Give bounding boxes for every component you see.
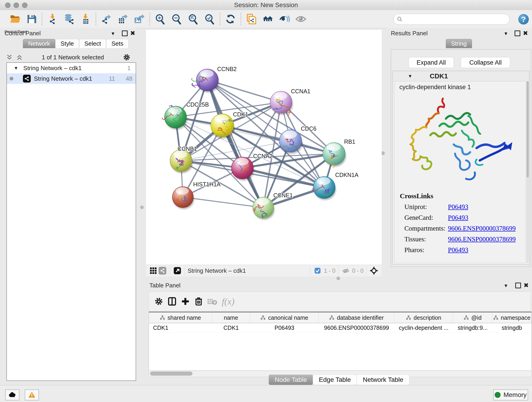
expand-all-button[interactable]: Expand All [409,57,454,68]
control-panel-float-icon[interactable] [122,31,128,36]
cell--id[interactable]: stringdb:9... [453,325,492,331]
zoom-selected-button[interactable] [201,12,218,26]
memory-button[interactable]: Memory [493,389,528,400]
export-network-button[interactable] [98,12,114,26]
eye-button[interactable] [293,12,309,26]
cell-canonical-name[interactable]: P06493 [250,325,319,331]
add-column-icon[interactable] [179,295,192,308]
column-header-database-identifier[interactable]: database identifier [319,313,394,323]
column-header-namespace[interactable]: namespace [492,313,531,323]
edge-CCNE1-HIST1H1A[interactable] [183,197,263,208]
show-columns-icon[interactable] [165,295,179,308]
cell-shared-name[interactable]: CDK1 [149,325,212,331]
edge-CCNB2-CCNE1[interactable] [207,80,263,208]
crosslink-link[interactable]: 9606.ENSP00000378699 [448,235,516,243]
home-pages-button[interactable] [260,12,276,26]
table-panel-float-icon[interactable] [515,283,521,288]
cell-namespace[interactable]: stringdb [492,325,531,331]
control-panel-close-icon[interactable]: ✖ [130,30,135,36]
pan-crosshair-icon[interactable] [369,266,379,275]
results-panel-close-icon[interactable]: ✖ [523,30,528,36]
import-network-button[interactable] [44,12,61,26]
node-CCNB1[interactable]: CCNB1 [170,146,197,173]
selected-checkbox-icon[interactable] [313,266,322,275]
window-zoom-button[interactable] [22,2,27,8]
network-collection-row[interactable]: ▼ String Network – cdk1 1 [7,63,136,73]
hidden-eye-slash-icon[interactable] [341,266,350,275]
results-panel-menu-icon[interactable]: ▾ [505,31,507,36]
gene-section-header[interactable]: ▼ CDK1 [393,71,529,81]
copy-network-button[interactable] [243,12,260,26]
delete-column-icon[interactable] [192,295,205,308]
node-HIST1H1A[interactable]: HIST1H1A [172,181,221,209]
table-settings-gear-icon[interactable] [152,295,165,308]
table-panel-close-icon[interactable]: ✖ [524,282,529,288]
left-splitter-handle[interactable] [140,206,144,209]
window-close-button[interactable] [5,2,11,8]
gene-collapse-icon[interactable]: ▼ [408,74,412,79]
tab-node-table[interactable]: Node Table [268,375,313,385]
vision-button[interactable] [276,12,293,26]
import-table-button[interactable] [77,12,94,26]
open-file-button[interactable] [7,12,23,26]
search-input[interactable] [405,16,507,23]
tab-sets[interactable]: Sets [106,39,128,48]
expand-all-icon[interactable] [16,54,23,61]
node-label-RB1: RB1 [344,138,355,145]
zoom-in-button[interactable] [152,12,168,26]
network-options-gear-icon[interactable] [123,53,131,61]
bottom-splitter-handle[interactable] [336,277,340,280]
refresh-button[interactable] [222,12,239,26]
network-row[interactable]: String Network – cdk1 11 48 [7,73,136,84]
zoom-fit-button[interactable] [185,12,201,26]
import-database-button[interactable] [61,12,77,26]
warning-button[interactable] [25,389,39,400]
network-graph[interactable]: CCNB2CCNA1CDC25BCDK1CDC6RB1CCNB1CCNA2CDK… [146,30,382,265]
node-CCNB2[interactable]: CCNB2 [191,66,236,93]
cell-name[interactable]: CDK1 [212,325,250,331]
table-row[interactable]: CDK1CDK1P064939606.ENSP00000378699cyclin… [149,323,531,332]
tab-network-table[interactable]: Network Table [356,375,409,385]
column-header-description[interactable]: description [394,313,453,323]
tab-edge-table[interactable]: Edge Table [313,375,357,385]
results-panel-float-icon[interactable] [515,31,520,36]
export-image-button[interactable] [131,12,147,26]
help-button[interactable]: ? [518,14,529,25]
window-minimize-button[interactable] [13,2,19,8]
node-CDKN1A[interactable]: CDKN1A [312,172,359,200]
crosslink-link[interactable]: P06493 [448,214,468,221]
tab-network[interactable]: Network [23,39,55,48]
crosslink-link[interactable]: P06493 [448,203,468,211]
collapse-all-button[interactable]: Collapse All [461,57,510,68]
search-box[interactable] [393,14,510,25]
tab-string[interactable]: String [446,39,472,48]
open-in-window-icon[interactable] [173,266,182,275]
cell-database-identifier[interactable]: 9606.ENSP00000378699 [319,325,394,331]
control-panel-menu-icon[interactable]: ▾ [112,31,114,36]
table-panel-menu-icon[interactable]: ▾ [505,283,507,288]
collapse-all-icon[interactable] [6,54,13,61]
save-session-button[interactable] [23,12,40,26]
column-header-canonical-name[interactable]: canonical name [250,313,319,323]
node-RB1[interactable]: RB1 [323,138,355,167]
collection-expand-icon[interactable]: ▼ [14,65,18,71]
node-CCNA1[interactable]: CCNA1 [270,88,310,116]
tab-select[interactable]: Select [79,39,106,48]
crosslink-link[interactable]: 9606.ENSP00000378699 [448,225,516,232]
tab-style[interactable]: Style [55,39,79,48]
export-table-button[interactable] [114,12,131,26]
grid-view-icon[interactable] [149,266,158,275]
crosslink-link[interactable]: P06493 [448,246,468,254]
results-scrollbar[interactable] [526,81,529,263]
column-header--id[interactable]: @id [453,313,492,323]
column-header-shared-name[interactable]: shared name [149,313,212,323]
right-splitter-handle[interactable] [381,152,385,155]
toolbar-separator [220,13,220,25]
network-badge-icon[interactable] [158,266,167,275]
zoom-out-button[interactable] [168,12,185,26]
cloud-button[interactable] [5,389,19,400]
cell-description[interactable]: cyclin-dependent ... [394,325,453,331]
network-view-canvas[interactable]: CCNB2CCNA1CDC25BCDK1CDC6RB1CCNB1CCNA2CDK… [146,30,382,265]
column-header-name[interactable]: name [212,313,250,323]
network-selected-summary: 1 of 1 Network selected [42,54,104,61]
